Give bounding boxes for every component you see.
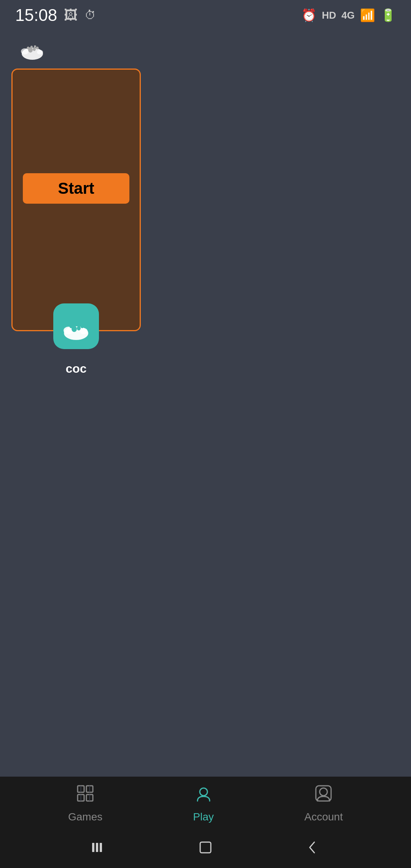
game-app-icon[interactable]	[53, 303, 99, 349]
image-icon: 🖼	[64, 7, 78, 23]
back-button[interactable]	[304, 839, 320, 859]
nav-label-games: Games	[68, 811, 102, 823]
play-icon	[194, 783, 213, 808]
bottom-nav: Games Play Account	[0, 777, 411, 830]
svg-rect-30	[96, 843, 98, 852]
svg-point-15	[74, 324, 77, 326]
svg-point-13	[77, 326, 81, 330]
games-icon	[75, 783, 95, 808]
account-icon	[314, 783, 333, 808]
svg-point-1	[21, 48, 29, 54]
game-app-paw-icon	[59, 312, 93, 341]
svg-point-6	[30, 46, 33, 48]
game-label: coc	[65, 362, 86, 376]
svg-point-26	[200, 788, 207, 796]
alarm-icon: ⏰	[301, 8, 317, 22]
svg-rect-31	[100, 843, 102, 852]
sys-nav	[0, 830, 411, 868]
start-button[interactable]: Start	[23, 173, 129, 204]
svg-point-4	[33, 47, 36, 51]
svg-point-8	[36, 46, 39, 49]
svg-point-17	[81, 325, 84, 328]
signal-icon: 📶	[360, 8, 375, 22]
nav-item-account[interactable]: Account	[304, 783, 343, 823]
status-left: 15:08 🖼 ⏱	[15, 6, 96, 25]
svg-rect-32	[200, 842, 211, 853]
svg-rect-29	[92, 843, 94, 852]
nav-item-play[interactable]: Play	[193, 783, 213, 823]
svg-point-5	[27, 46, 30, 49]
main-content: Start coc	[0, 61, 411, 784]
battery-icon: 🔋	[381, 8, 396, 22]
game-card: Start coc	[11, 69, 141, 331]
status-right: ⏰ HD 4G 📶 🔋	[301, 8, 396, 22]
nav-item-games[interactable]: Games	[68, 783, 102, 823]
svg-point-27	[320, 788, 327, 796]
svg-point-11	[80, 328, 88, 334]
hd-label: HD	[322, 10, 336, 21]
svg-point-14	[70, 325, 73, 328]
4g-label: 4G	[341, 10, 355, 21]
nav-label-account: Account	[304, 811, 343, 823]
svg-point-7	[34, 45, 36, 48]
app-header-icon	[15, 34, 49, 61]
status-bar: 15:08 🖼 ⏱ ⏰ HD 4G 📶 🔋	[0, 0, 411, 30]
nav-label-play: Play	[193, 811, 213, 823]
menu-button[interactable]	[91, 839, 107, 859]
time-display: 15:08	[15, 6, 57, 25]
home-button[interactable]	[197, 839, 214, 859]
paw-cloud-header-svg	[17, 35, 48, 60]
svg-point-16	[78, 323, 81, 326]
clock-icon: ⏱	[84, 9, 96, 22]
svg-point-2	[37, 50, 43, 54]
